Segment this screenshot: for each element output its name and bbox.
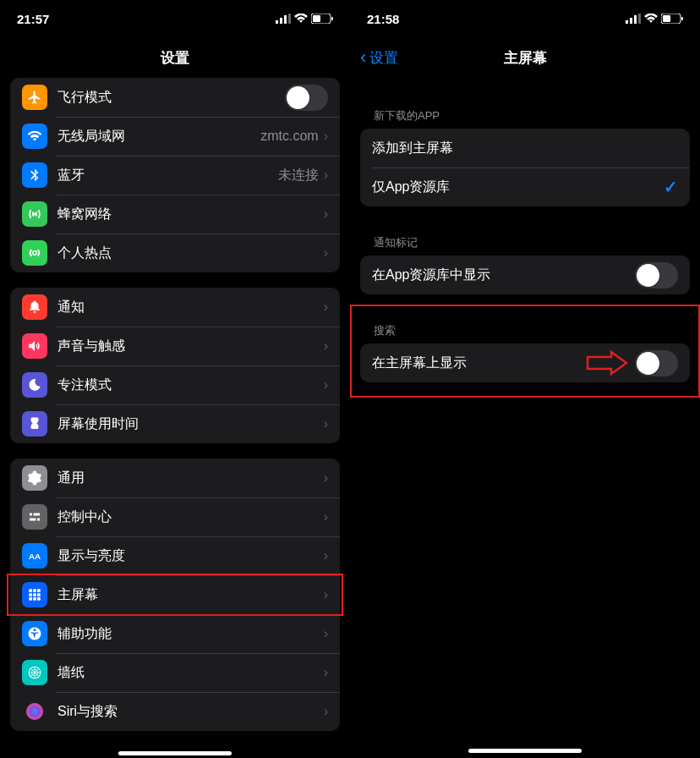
screentime-icon <box>22 411 47 437</box>
svg-text:AA: AA <box>29 552 41 561</box>
row-label: 专注模式 <box>57 376 324 394</box>
chevron-right-icon: › <box>324 416 328 431</box>
row-label: 在App资源库中显示 <box>372 266 635 284</box>
settings-row[interactable]: 添加到主屏幕 <box>360 129 690 168</box>
row-label: 仅App资源库 <box>372 179 664 196</box>
row-label: 蜂窝网络 <box>57 206 324 223</box>
chevron-right-icon: › <box>324 168 328 183</box>
toggle-switch[interactable] <box>635 262 678 288</box>
settings-row[interactable]: 蓝牙未连接› <box>10 156 340 195</box>
settings-row[interactable]: 声音与触感› <box>10 327 340 365</box>
settings-row[interactable]: 控制中心› <box>10 497 340 536</box>
status-indicators <box>276 14 333 24</box>
settings-group: 通知›声音与触感›专注模式›屏幕使用时间› <box>10 288 340 443</box>
status-bar: 21:58 <box>350 0 700 37</box>
toggle-switch[interactable] <box>285 85 328 111</box>
svg-rect-10 <box>37 589 41 592</box>
wallpaper-icon <box>22 660 47 685</box>
row-label: 主屏幕 <box>57 586 324 604</box>
settings-row[interactable]: 墙纸› <box>10 653 340 692</box>
header: ‹ 设置 主屏幕 <box>350 37 700 78</box>
settings-row[interactable]: Siri与搜索› <box>10 692 340 731</box>
chevron-right-icon: › <box>324 338 328 354</box>
focus-icon <box>22 372 47 398</box>
homescreen-icon <box>22 582 47 607</box>
checkmark-icon: ✓ <box>664 177 678 197</box>
svg-rect-1 <box>280 18 282 24</box>
svg-rect-3 <box>288 14 291 24</box>
row-label: 在主屏幕上显示 <box>372 354 635 372</box>
settings-row[interactable]: 飞行模式 <box>10 78 340 117</box>
settings-row[interactable]: 通用› <box>10 459 340 497</box>
svg-rect-15 <box>33 597 36 601</box>
chevron-left-icon: ‹ <box>360 47 366 69</box>
airplane-icon <box>22 85 47 110</box>
row-label: 通知 <box>57 299 324 316</box>
settings-row[interactable]: 在App资源库中显示 <box>360 255 690 294</box>
row-label: 蓝牙 <box>57 167 278 184</box>
settings-row[interactable]: 主屏幕› <box>10 575 340 614</box>
group-header: 新下载的APP <box>360 95 690 129</box>
row-label: 通用 <box>57 470 324 487</box>
row-label: Siri与搜索 <box>57 703 324 721</box>
signal-icon <box>276 14 291 24</box>
home-indicator[interactable] <box>118 751 232 755</box>
chevron-right-icon: › <box>324 509 328 525</box>
header: 设置 <box>0 37 350 78</box>
siri-icon <box>22 699 47 724</box>
display-icon: AA <box>22 543 47 568</box>
home-indicator[interactable] <box>468 749 582 753</box>
accessibility-icon <box>22 621 47 646</box>
settings-row[interactable]: 仅App资源库✓ <box>360 168 690 206</box>
row-label: 飞行模式 <box>57 89 285 107</box>
chevron-right-icon: › <box>324 548 328 563</box>
homescreen-settings-screen: 21:58 ‹ 设置 主屏幕 新下载的APP添加到主屏幕仅App资源库✓通知标记… <box>350 0 700 758</box>
settings-row[interactable]: 个人热点› <box>10 233 340 272</box>
settings-row[interactable]: AA显示与亮度› <box>10 536 340 575</box>
svg-rect-0 <box>276 20 278 24</box>
chevron-right-icon: › <box>324 245 328 261</box>
svg-rect-14 <box>29 597 32 601</box>
general-icon <box>22 465 47 491</box>
settings-group: 添加到主屏幕仅App资源库✓ <box>360 129 690 206</box>
svg-rect-16 <box>37 597 41 601</box>
row-label: 添加到主屏幕 <box>372 140 678 157</box>
group-header: 通知标记 <box>360 222 690 255</box>
svg-rect-11 <box>29 593 32 596</box>
controlcenter-icon <box>22 504 47 530</box>
status-time: 21:58 <box>367 12 399 26</box>
toggle-switch[interactable] <box>635 350 678 376</box>
settings-row[interactable]: 辅助功能› <box>10 614 340 653</box>
page-title: 设置 <box>161 48 189 68</box>
svg-rect-13 <box>37 593 41 596</box>
svg-rect-5 <box>313 15 320 22</box>
row-label: 屏幕使用时间 <box>57 415 324 433</box>
settings-group: 通用›控制中心›AA显示与亮度›主屏幕›辅助功能›墙纸›Siri与搜索› <box>10 459 340 731</box>
wifi-icon <box>22 124 47 149</box>
chevron-right-icon: › <box>324 377 328 393</box>
settings-row[interactable]: 在主屏幕上显示 <box>360 343 690 382</box>
row-label: 无线局域网 <box>57 128 260 146</box>
row-label: 显示与亮度 <box>57 547 324 565</box>
back-button[interactable]: ‹ 设置 <box>360 47 398 69</box>
sounds-icon <box>22 333 47 359</box>
chevron-right-icon: › <box>324 704 328 719</box>
chevron-right-icon: › <box>324 470 328 486</box>
svg-rect-26 <box>634 15 637 24</box>
svg-rect-27 <box>638 14 641 24</box>
page-title: 主屏幕 <box>504 48 547 68</box>
svg-rect-8 <box>29 589 32 592</box>
settings-row[interactable]: 通知› <box>10 288 340 327</box>
settings-row[interactable]: 无线局域网zmtc.com› <box>10 117 340 156</box>
wifi-status-icon <box>644 14 658 24</box>
status-time: 21:57 <box>17 12 49 26</box>
row-detail: 未连接 <box>278 167 319 184</box>
row-label: 墙纸 <box>57 664 324 682</box>
svg-point-23 <box>26 703 43 720</box>
settings-row[interactable]: 屏幕使用时间› <box>10 404 340 443</box>
settings-row[interactable]: 蜂窝网络› <box>10 195 340 233</box>
chevron-right-icon: › <box>324 587 328 602</box>
settings-row[interactable]: 专注模式› <box>10 365 340 404</box>
svg-rect-30 <box>681 17 683 20</box>
row-label: 声音与触感 <box>57 338 324 355</box>
